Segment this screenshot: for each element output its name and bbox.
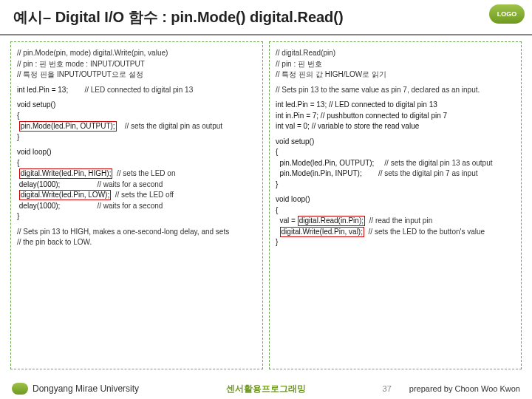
code-text: pin.Mode(led.Pin, OUTPUT); xyxy=(280,159,375,167)
highlight-digitalwrite-high: digital.Write(led.Pin, HIGH); xyxy=(19,168,113,179)
code-line: { xyxy=(17,111,256,122)
code-line: int led.Pin = 13; // LED connected to di… xyxy=(276,100,515,111)
slide: 예시– Digital I/O 함수 : pin.Mode() digital.… xyxy=(0,0,532,399)
code-line: pin.Mode(led.Pin, OUTPUT); // sets the d… xyxy=(17,121,256,132)
code-line: pin.Mode(led.Pin, OUTPUT); // sets the d… xyxy=(276,158,515,169)
code-line: delay(1000); // waits for a second xyxy=(17,201,256,212)
code-line: } xyxy=(17,211,256,222)
slide-title: 예시– Digital I/O 함수 : pin.Mode() digital.… xyxy=(13,7,344,27)
code-line: } xyxy=(17,132,256,143)
footer-center: 센서활용프로그래밍 xyxy=(226,383,306,395)
code-comment: // read the input pin xyxy=(369,216,433,225)
code-line: void setup() xyxy=(17,100,256,111)
code-line: void loop() xyxy=(17,147,256,158)
code-comment: // digital.Read(pin) xyxy=(276,48,515,59)
content-area: // pin.Mode(pin, mode) digital.Write(pin… xyxy=(10,41,522,369)
code-text: delay(1000); xyxy=(19,202,61,210)
code-text: pin.Mode(in.Pin, INPUT); xyxy=(280,169,362,177)
footer-left: Dongyang Mirae University xyxy=(0,383,139,395)
code-line: digital.Write(led.Pin, HIGH); // sets th… xyxy=(17,168,256,180)
university-name: Dongyang Mirae University xyxy=(33,383,139,394)
code-line: { xyxy=(17,158,256,169)
highlight-digitalwrite-low: digital.Write(led.Pin, LOW); xyxy=(19,190,111,200)
footer: Dongyang Mirae University 센서활용프로그래밍 37 p… xyxy=(0,378,532,399)
code-line: int val = 0; // variable to store the re… xyxy=(276,121,515,132)
code-line: delay(1000); // waits for a second xyxy=(17,180,256,191)
code-comment: // LED connected to digital pin 13 xyxy=(84,86,193,94)
code-line: digital.Write(led.Pin, val); // sets the… xyxy=(276,227,515,238)
code-line: pin.Mode(in.Pin, INPUT); // sets the dig… xyxy=(276,168,515,180)
code-line: int led.Pin = 13; // LED connected to di… xyxy=(17,85,256,96)
code-line: void setup() xyxy=(276,137,515,148)
code-comment: // waits for a second xyxy=(97,202,163,210)
code-comment: // pin : 핀 번호 mode : INPUT/OUTPUT xyxy=(17,59,256,70)
prepared-by: prepared by Choon Woo Kwon xyxy=(409,384,520,393)
title-bar: 예시– Digital I/O 함수 : pin.Mode() digital.… xyxy=(0,0,532,35)
code-comment: // sets the digital pin as output xyxy=(125,122,222,130)
code-line: } xyxy=(276,237,515,248)
code-line: int in.Pin = 7; // pushbutton connected … xyxy=(276,111,515,122)
logo-badge: LOGO xyxy=(489,4,525,24)
highlight-digitalwrite-val: digital.Write(led.Pin, val); xyxy=(280,227,364,237)
left-column: // pin.Mode(pin, mode) digital.Write(pin… xyxy=(10,41,263,369)
code-comment: // sets the LED off xyxy=(115,191,174,199)
code-comment: // sets the LED on xyxy=(117,169,176,177)
code-comment: // sets the digital pin 13 as output xyxy=(384,159,492,167)
code-comment: // 특정 핀을 INPUT/OUTPUT으로 설정 xyxy=(17,69,256,81)
footer-logo-icon xyxy=(12,383,28,395)
code-comment: // pin : 핀 번호 xyxy=(276,59,515,70)
code-comment: // pin.Mode(pin, mode) digital.Write(pin… xyxy=(17,48,256,59)
code-line: { xyxy=(276,147,515,158)
code-text: val = xyxy=(280,216,298,225)
code-comment: // Sets pin 13 to the same value as pin … xyxy=(276,85,515,96)
code-line: { xyxy=(276,205,515,216)
code-comment: // the pin back to LOW. xyxy=(17,237,256,248)
right-column: // digital.Read(pin) // pin : 핀 번호 // 특정… xyxy=(269,41,522,369)
code-comment: // 특정 핀의 값 HIGH/LOW로 읽기 xyxy=(276,69,515,81)
code-comment: // waits for a second xyxy=(97,180,163,188)
highlight-digitalread: digital.Read(in.Pin); xyxy=(298,216,365,226)
code-line: digital.Write(led.Pin, LOW); // sets the… xyxy=(17,190,256,201)
code-line: val = digital.Read(in.Pin); // read the … xyxy=(276,216,515,227)
code-comment: // sets the LED to the button's value xyxy=(369,228,485,236)
code-comment: // sets the digital pin 7 as input xyxy=(378,169,478,177)
code-text: int led.Pin = 13; xyxy=(17,86,68,94)
code-line: void loop() xyxy=(276,194,515,205)
code-line: } xyxy=(276,180,515,191)
highlight-pinmode: pin.Mode(led.Pin, OUTPUT); xyxy=(19,121,117,132)
footer-right: 37 prepared by Choon Woo Kwon xyxy=(383,384,520,393)
code-text: delay(1000); xyxy=(19,180,61,188)
page-number: 37 xyxy=(383,384,392,393)
code-comment: // Sets pin 13 to HIGH, makes a one-seco… xyxy=(17,227,256,238)
